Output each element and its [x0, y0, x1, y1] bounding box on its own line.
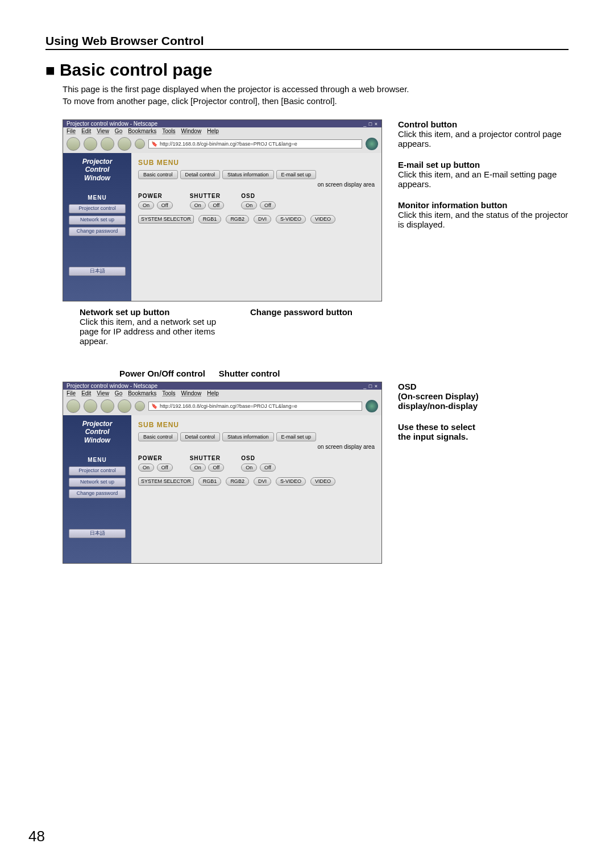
shutter-label: SHUTTER [190, 193, 226, 199]
menu-tools[interactable]: Tools [162, 128, 175, 134]
menu-bookmarks[interactable]: Bookmarks [128, 390, 156, 396]
annotation-power: Power On/Off control [119, 369, 205, 378]
intro-line: To move from another page, click [Projec… [63, 95, 569, 107]
input-rgb1-button[interactable]: RGB1 [198, 215, 222, 224]
tab-basic-control[interactable]: Basic control [138, 170, 178, 179]
menu-edit[interactable]: Edit [81, 128, 91, 134]
input-video-button[interactable]: VIDEO [310, 215, 335, 224]
tab-detail-control[interactable]: Detail control [180, 432, 221, 441]
system-selector-button[interactable]: SYSTEM SELECTOR [138, 215, 194, 224]
intro-text: This page is the first page displayed wh… [63, 83, 569, 107]
menu-window[interactable]: Window [181, 390, 202, 396]
menu-file[interactable]: File [67, 128, 76, 134]
shutter-on-button[interactable]: On [190, 201, 206, 209]
input-svideo-button[interactable]: S-VIDEO [276, 215, 306, 224]
input-rgb1-button[interactable]: RGB1 [198, 477, 222, 486]
menu-help[interactable]: Help [207, 128, 219, 134]
power-label: POWER [138, 455, 174, 461]
home-icon[interactable] [135, 139, 145, 149]
sidebar-item-japanese[interactable]: 日本語 [69, 267, 126, 276]
osd-label: OSD [241, 193, 277, 199]
power-on-button[interactable]: On [138, 464, 154, 472]
tab-detail-control[interactable]: Detail control [180, 170, 221, 179]
window-controls-icon[interactable]: _ □ × [363, 121, 378, 127]
url-text: http://192.168.0.8/cgi-bin/main.cgi?base… [160, 403, 297, 409]
window-controls-icon[interactable]: _ □ × [363, 383, 378, 389]
back-icon[interactable] [67, 137, 80, 151]
menu-heading: MENU [65, 457, 129, 463]
url-icon: 🔖 [151, 403, 157, 409]
netscape-logo-icon [366, 138, 378, 150]
tab-email-setup[interactable]: E-mail set up [276, 170, 317, 179]
annotation-email: E-mail set up button Click this item, an… [398, 160, 569, 189]
menubar[interactable]: File Edit View Go Bookmarks Tools Window… [63, 390, 381, 397]
url-text: http://192.168.0.8/cgi-bin/main.cgi?base… [160, 141, 297, 147]
menu-edit[interactable]: Edit [81, 390, 91, 396]
power-on-button[interactable]: On [138, 201, 154, 209]
forward-icon[interactable] [84, 399, 97, 413]
stop-icon[interactable] [118, 137, 131, 151]
page-title: Basic control page [60, 60, 212, 80]
intro-line: This page is the first page displayed wh… [63, 83, 569, 95]
sidebar-item-network-setup[interactable]: Network set up [69, 216, 126, 225]
url-field[interactable]: 🔖 http://192.168.0.8/cgi-bin/main.cgi?ba… [148, 139, 362, 148]
input-rgb2-button[interactable]: RGB2 [226, 477, 249, 486]
shutter-off-button[interactable]: Off [208, 201, 224, 209]
power-off-button[interactable]: Off [157, 464, 173, 472]
menu-tools[interactable]: Tools [162, 390, 175, 396]
window-title: Projector control window - Netscape [67, 121, 157, 127]
shutter-on-button[interactable]: On [190, 464, 206, 472]
input-svideo-button[interactable]: S-VIDEO [276, 477, 306, 486]
annotation-change-password: Change password button [250, 307, 398, 346]
url-field[interactable]: 🔖 http://192.168.0.8/cgi-bin/main.cgi?ba… [148, 402, 362, 411]
tab-status-information[interactable]: Status information [222, 170, 274, 179]
reload-icon[interactable] [101, 399, 114, 413]
input-dvi-button[interactable]: DVI [254, 477, 271, 486]
input-dvi-button[interactable]: DVI [254, 215, 271, 224]
osd-off-button[interactable]: Off [260, 464, 276, 472]
url-icon: 🔖 [151, 141, 157, 147]
sidebar-item-projector-control[interactable]: Projector control [69, 204, 126, 213]
annotation-inputs: Use these to select the input signals. [398, 422, 569, 441]
shutter-label: SHUTTER [190, 455, 226, 461]
back-icon[interactable] [67, 399, 80, 413]
menu-view[interactable]: View [97, 128, 109, 134]
sidebar-item-projector-control[interactable]: Projector control [69, 466, 126, 476]
sidebar-item-change-password[interactable]: Change password [69, 489, 126, 498]
tab-email-setup[interactable]: E-mail set up [276, 432, 317, 441]
osd-label: OSD [241, 455, 277, 461]
menu-go[interactable]: Go [115, 128, 122, 134]
system-selector-button[interactable]: SYSTEM SELECTOR [138, 477, 194, 486]
stop-icon[interactable] [118, 399, 131, 413]
power-label: POWER [138, 193, 174, 199]
osd-area-label: on screen display area [317, 181, 375, 188]
osd-off-button[interactable]: Off [260, 201, 276, 209]
menu-view[interactable]: View [97, 390, 109, 396]
reload-icon[interactable] [101, 137, 114, 151]
shutter-off-button[interactable]: Off [208, 464, 224, 472]
menu-help[interactable]: Help [207, 390, 219, 396]
menu-go[interactable]: Go [115, 390, 122, 396]
osd-area-label: on screen display area [317, 444, 375, 450]
window-title: Projector control window - Netscape [67, 383, 157, 389]
tab-status-information[interactable]: Status information [222, 432, 274, 441]
sidebar-item-change-password[interactable]: Change password [69, 227, 126, 236]
menu-bookmarks[interactable]: Bookmarks [128, 128, 156, 134]
app-logo: Projector Control Window [65, 420, 129, 444]
menu-window[interactable]: Window [181, 128, 202, 134]
menubar[interactable]: File Edit View Go Bookmarks Tools Window… [63, 127, 381, 135]
home-icon[interactable] [135, 401, 145, 411]
screenshot-1: Projector control window - Netscape _ □ … [63, 119, 382, 301]
osd-on-button[interactable]: On [241, 201, 257, 209]
menu-file[interactable]: File [67, 390, 76, 396]
power-off-button[interactable]: Off [157, 201, 173, 209]
forward-icon[interactable] [84, 137, 97, 151]
input-video-button[interactable]: VIDEO [310, 477, 335, 486]
sidebar-item-japanese[interactable]: 日本語 [69, 529, 126, 538]
menu-heading: MENU [65, 195, 129, 201]
osd-on-button[interactable]: On [241, 464, 257, 472]
annotation-osd: OSD (On-screen Display) display/non-disp… [398, 382, 569, 411]
tab-basic-control[interactable]: Basic control [138, 432, 178, 441]
input-rgb2-button[interactable]: RGB2 [226, 215, 249, 224]
sidebar-item-network-setup[interactable]: Network set up [69, 478, 126, 487]
